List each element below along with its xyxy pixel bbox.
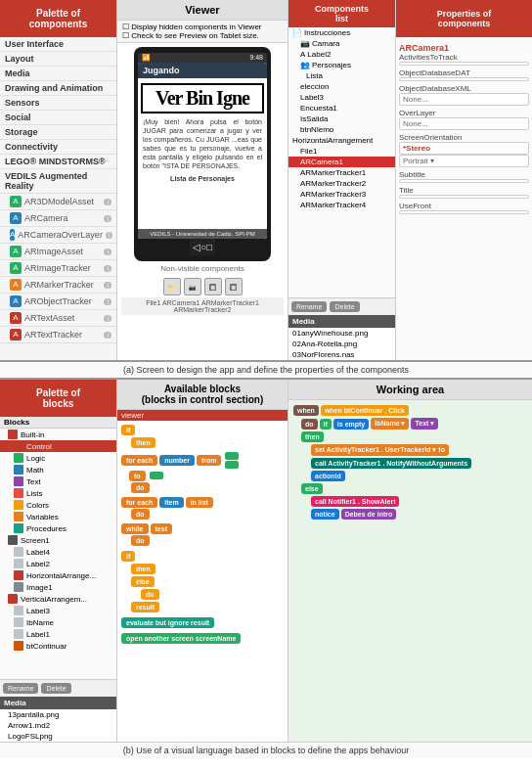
comp-item[interactable]: IsSalida xyxy=(288,113,395,124)
list-item[interactable]: User Interface xyxy=(0,37,116,52)
prop-list: ARCamera1 ActivitiesToTrack ObjectDataba… xyxy=(396,37,532,360)
comp-item[interactable]: File1 xyxy=(288,146,395,157)
block-item[interactable]: Procedures xyxy=(0,522,116,534)
list-item[interactable]: A ARImageTracker i xyxy=(0,260,116,277)
rename-button-b[interactable]: Rename xyxy=(3,683,38,694)
media-item[interactable]: 02Ana-Rotella.png xyxy=(288,339,395,349)
viewer-phone: 📶 9:48 Jugando Ver Bin Igne ¡Muy bien! A… xyxy=(117,43,288,360)
evaluate-block[interactable]: evaluate but ignore result xyxy=(121,616,284,628)
else-row: else xyxy=(301,483,527,494)
block-item[interactable]: Variables xyxy=(0,511,116,522)
rename-button[interactable]: Rename xyxy=(291,301,327,312)
list-item[interactable]: Sensors xyxy=(0,96,116,111)
non-visible-label: Non-visible components xyxy=(157,261,246,276)
comp-item[interactable]: btnNlemo xyxy=(288,124,395,135)
bottom-half: Palette of blocks Blocks Built-in Contro… xyxy=(0,380,532,742)
block-item[interactable]: btContinuar xyxy=(0,640,116,652)
phone-title: Jugando xyxy=(138,63,267,78)
call2-label: call Notifier1 . ShowAlert xyxy=(311,496,399,507)
do-row: do if is empty IbName ▾ Text ▾ xyxy=(301,418,527,430)
block-item[interactable]: Math xyxy=(0,464,116,476)
control-icon xyxy=(14,441,23,451)
if-block[interactable]: if then xyxy=(121,425,284,448)
block-item[interactable]: HorizontalArrange... xyxy=(0,569,116,581)
comp-item[interactable]: Lista xyxy=(288,70,395,81)
block-item[interactable]: Screen1 xyxy=(0,534,116,546)
block-item[interactable]: Label2 xyxy=(0,558,116,569)
comp-item[interactable]: 📄Instrucciones xyxy=(288,27,395,38)
list-item[interactable]: A ARCameraOverLayer i xyxy=(0,227,116,244)
comp-item[interactable]: ARMarkerTracker2 xyxy=(288,178,395,189)
list-item[interactable]: Media xyxy=(0,67,116,81)
list-item[interactable]: Layout xyxy=(0,52,116,67)
media-item[interactable]: 03NorFlorens.nas xyxy=(288,349,395,360)
comp-item[interactable]: eleccion xyxy=(288,81,395,92)
list-item[interactable]: A ARImageAsset i xyxy=(0,244,116,260)
foreach-num-block[interactable]: for each number from to do xyxy=(121,452,284,493)
colors-icon xyxy=(14,500,23,510)
comp-item[interactable]: ARMarkerTracker1 xyxy=(288,167,395,178)
btn-icon xyxy=(14,641,23,651)
list-item[interactable]: A ARMarkerTracker i xyxy=(0,277,116,294)
media-item[interactable]: Arrow1.md2 xyxy=(0,720,116,731)
nv-icon: 🔲 xyxy=(225,278,243,295)
comp-item[interactable]: ARMarkerTracker3 xyxy=(288,189,395,200)
list-item[interactable]: Drawing and Animation xyxy=(0,81,116,96)
block-item[interactable]: VerticalArrangem... xyxy=(0,593,116,605)
comp-item[interactable]: HorizontalArrangement xyxy=(288,135,395,146)
block-item[interactable]: Label3 xyxy=(0,605,116,616)
list-item[interactable]: A ARCamera i xyxy=(0,210,116,227)
horiz-icon xyxy=(14,570,23,580)
media-item[interactable]: 01anyWinehouse.png xyxy=(288,328,395,339)
comp-item[interactable]: Label3 xyxy=(288,92,395,103)
comp-item[interactable]: ARMarkerTracker4 xyxy=(288,200,395,210)
list-item[interactable]: LEGO® MINDSTORMS® xyxy=(0,155,116,169)
comp-item[interactable]: 👥Personajes xyxy=(288,60,395,70)
list-item[interactable]: A ARObjectTracker i xyxy=(0,294,116,310)
working-content[interactable]: when when btContinuar . Click do if is e… xyxy=(288,400,532,742)
ar-icon: A xyxy=(10,295,22,307)
caption-top: (a) Screen to design the app and define … xyxy=(0,362,532,380)
comp-item-selected[interactable]: ARCamera1 xyxy=(288,157,395,167)
list-item[interactable]: VEDILS Augmented Reality xyxy=(0,169,116,194)
list-item[interactable]: A ARTextTracker i xyxy=(0,327,116,343)
block-item[interactable]: Lists xyxy=(0,487,116,499)
foreach-list-block[interactable]: for each item in list do xyxy=(121,497,284,520)
list-item[interactable]: A ARTextAsset i xyxy=(0,310,116,327)
comp-item[interactable]: ALabel2 xyxy=(288,49,395,60)
media-item[interactable]: LogoFSLpng xyxy=(0,731,116,742)
comp-item[interactable]: Encuesta1 xyxy=(288,103,395,113)
block-item[interactable]: Built-in xyxy=(0,429,116,440)
phone-nav: ◁ ○ □ xyxy=(190,239,215,255)
panel-blocks: Palette of blocks Blocks Built-in Contro… xyxy=(0,380,117,742)
blocks-media-list: 13pantalla.png Arrow1.md2 LogoFSLpng xyxy=(0,709,116,742)
list-item[interactable]: Connectivity xyxy=(0,140,116,155)
list-item[interactable]: Social xyxy=(0,111,116,125)
block-item[interactable]: Colors xyxy=(0,499,116,511)
panel-complist: Components list 📄Instrucciones 📷Camara A… xyxy=(288,0,396,360)
list-item[interactable]: Storage xyxy=(0,125,116,140)
block-item[interactable]: Image1 xyxy=(0,581,116,593)
block-item[interactable]: Text xyxy=(0,476,116,487)
block-item[interactable]: Control xyxy=(0,440,116,452)
while-block[interactable]: while test do xyxy=(121,523,284,546)
then-body: set ActivityTracker1 . UserTrackerld ▾ t… xyxy=(311,444,527,481)
vars-icon xyxy=(14,512,23,521)
list-item[interactable]: A AR3DModelAsset i xyxy=(0,194,116,210)
set-label: set ActivityTracker1 . UserTrackerld ▾ t… xyxy=(311,444,449,456)
media-item[interactable]: 13pantalla.png xyxy=(0,709,116,720)
prop-row: OverLayer None... xyxy=(399,109,529,130)
block-item[interactable]: Label4 xyxy=(0,546,116,558)
ar-icon: A xyxy=(10,246,22,257)
ibname-label: IbName ▾ xyxy=(371,418,409,430)
block-item[interactable]: Label1 xyxy=(0,628,116,640)
blocks-list: Blocks Built-in Control Logic Math Text xyxy=(0,417,116,679)
block-item[interactable]: Logic xyxy=(0,452,116,464)
comp-item[interactable]: 📷Camara xyxy=(288,38,395,49)
ar-icon: A xyxy=(10,196,22,207)
if-then-else-block[interactable]: if then else do result xyxy=(121,550,284,612)
delete-button-b[interactable]: Delete xyxy=(41,683,70,694)
open-screen-block[interactable]: open another screen screenName xyxy=(121,632,284,644)
delete-button[interactable]: Delete xyxy=(330,301,359,312)
block-item[interactable]: IbName xyxy=(0,616,116,628)
